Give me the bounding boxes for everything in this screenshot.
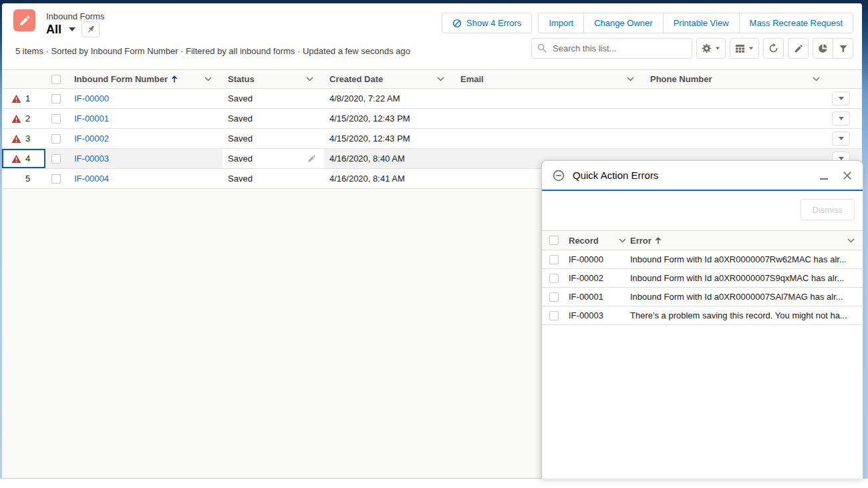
chevron-down-icon bbox=[716, 47, 720, 50]
status-value: Saved bbox=[228, 154, 253, 164]
status-cell-hovered[interactable]: Saved bbox=[223, 149, 324, 168]
row-checkbox[interactable] bbox=[51, 134, 61, 144]
sort-ascending-icon bbox=[655, 237, 662, 244]
chevron-down-icon[interactable] bbox=[306, 77, 313, 81]
row-error-warning-icon[interactable] bbox=[11, 94, 21, 103]
record-link[interactable]: IF-00001 bbox=[74, 113, 109, 124]
chevron-down-icon[interactable] bbox=[847, 238, 855, 243]
column-label: Created Date bbox=[329, 74, 383, 84]
mass-recreate-request-button[interactable]: Mass Recreate Request bbox=[739, 13, 853, 33]
error-row-checkbox[interactable] bbox=[549, 292, 559, 302]
record-link[interactable]: IF-00002 bbox=[74, 134, 109, 144]
refresh-icon bbox=[768, 43, 778, 53]
list-view-card: Inbound Forms All 5 items · Sorted by In… bbox=[2, 3, 862, 479]
column-header-error[interactable]: Error bbox=[630, 231, 863, 250]
column-header-created-date[interactable]: Created Date bbox=[324, 70, 455, 88]
row-number: 2 bbox=[25, 113, 30, 124]
select-all-errors-checkbox[interactable] bbox=[549, 236, 559, 245]
pencil-icon bbox=[19, 15, 31, 27]
record-link[interactable]: IF-00000 bbox=[74, 93, 109, 103]
column-header-status[interactable]: Status bbox=[223, 70, 324, 88]
row-error-warning-icon[interactable] bbox=[11, 114, 21, 124]
chevron-down-icon[interactable] bbox=[619, 238, 626, 243]
edit-list-button[interactable] bbox=[788, 38, 809, 59]
minimize-button[interactable] bbox=[820, 171, 829, 180]
list-view-settings-button[interactable] bbox=[696, 38, 726, 59]
errors-table: Record Error IF-00000 Inbound Form w bbox=[542, 230, 863, 325]
panel-title: Quick Action Errors bbox=[573, 170, 820, 181]
status-cell: Saved bbox=[223, 93, 324, 103]
column-label: Record bbox=[569, 236, 599, 246]
chevron-down-icon bbox=[839, 97, 844, 100]
view-selector-chevron-icon[interactable] bbox=[69, 27, 76, 31]
row-error-warning-icon[interactable] bbox=[11, 154, 21, 164]
row-actions-button[interactable] bbox=[832, 132, 850, 146]
column-label: Status bbox=[228, 74, 255, 84]
chevron-down-icon bbox=[839, 117, 844, 120]
record-link[interactable]: IF-00003 bbox=[74, 154, 109, 164]
record-link[interactable]: IF-00004 bbox=[74, 174, 109, 184]
sort-ascending-icon bbox=[171, 75, 178, 83]
row-number: 3 bbox=[25, 134, 30, 144]
display-as-button[interactable] bbox=[730, 38, 759, 59]
chevron-down-icon[interactable] bbox=[627, 77, 634, 81]
error-row-checkbox[interactable] bbox=[549, 311, 559, 320]
created-date-cell: 4/8/2020, 7:22 AM bbox=[324, 93, 455, 103]
close-icon bbox=[843, 171, 852, 180]
row-checkbox[interactable] bbox=[51, 94, 61, 103]
status-cell: Saved bbox=[223, 134, 324, 144]
error-row-checkbox[interactable] bbox=[549, 255, 559, 264]
import-button[interactable]: Import bbox=[538, 13, 584, 33]
chevron-down-icon[interactable] bbox=[437, 77, 444, 81]
error-message: Inbound Form with Id a0XR0000007Rw62MAC … bbox=[630, 254, 847, 264]
close-button[interactable] bbox=[843, 171, 852, 180]
show-errors-button[interactable]: Show 4 Errors bbox=[442, 13, 532, 33]
error-row: IF-00001 Inbound Form with Id a0XR000000… bbox=[542, 288, 863, 306]
minimize-icon bbox=[820, 178, 828, 180]
search-input[interactable] bbox=[531, 38, 692, 59]
error-record-id: IF-00002 bbox=[569, 273, 603, 283]
table-row: 3 IF-00002 Saved 4/15/2020, 12:43 PM bbox=[2, 129, 862, 149]
change-owner-button[interactable]: Change Owner bbox=[583, 13, 663, 33]
column-label: Error bbox=[630, 236, 652, 246]
column-header-email[interactable]: Email bbox=[455, 70, 645, 88]
pencil-icon bbox=[794, 44, 803, 53]
table-row: 1 IF-00000 Saved 4/8/2020, 7:22 AM bbox=[2, 89, 862, 109]
inline-edit-pencil-icon[interactable] bbox=[307, 154, 316, 163]
ban-icon bbox=[452, 19, 462, 28]
printable-view-button[interactable]: Printable View bbox=[663, 13, 740, 33]
charts-button[interactable] bbox=[813, 38, 833, 59]
refresh-button[interactable] bbox=[763, 38, 784, 59]
error-row-checkbox[interactable] bbox=[549, 274, 559, 283]
table-icon bbox=[735, 43, 745, 53]
filter-button[interactable] bbox=[833, 38, 853, 59]
quick-action-errors-panel: Quick Action Errors Dismiss Record Er bbox=[541, 160, 863, 479]
row-checkbox[interactable] bbox=[51, 174, 61, 184]
column-header-record[interactable]: Record bbox=[569, 231, 630, 250]
status-cell: Saved bbox=[223, 174, 324, 184]
error-message: Inbound Form with Id a0XR0000007SAl7MAG … bbox=[630, 292, 843, 302]
column-label: Inbound Form Number bbox=[74, 74, 168, 84]
object-label: Inbound Forms bbox=[46, 11, 104, 21]
panel-header: Quick Action Errors bbox=[542, 161, 863, 191]
focused-row-number-cell[interactable]: 4 bbox=[2, 149, 45, 168]
row-checkbox[interactable] bbox=[51, 154, 61, 164]
gear-icon bbox=[702, 43, 712, 53]
column-header-inbound-form-number[interactable]: Inbound Form Number bbox=[70, 70, 223, 88]
chevron-down-icon[interactable] bbox=[204, 77, 212, 81]
inbound-forms-entity-icon bbox=[13, 9, 35, 31]
pin-list-view-button[interactable] bbox=[82, 21, 100, 37]
filter-icon bbox=[839, 44, 848, 53]
row-actions-button[interactable] bbox=[832, 111, 850, 126]
row-checkbox[interactable] bbox=[51, 114, 61, 124]
row-actions-button[interactable] bbox=[832, 91, 850, 105]
show-errors-label: Show 4 Errors bbox=[466, 18, 521, 28]
row-error-warning-icon[interactable] bbox=[11, 134, 21, 144]
pie-chart-icon bbox=[818, 43, 828, 53]
table-header-row: Inbound Form Number Status Created Date … bbox=[2, 69, 862, 89]
dismiss-button[interactable]: Dismiss bbox=[801, 199, 855, 220]
select-all-checkbox[interactable] bbox=[51, 75, 61, 84]
chevron-down-icon[interactable] bbox=[813, 77, 820, 81]
column-label: Phone Number bbox=[650, 74, 712, 84]
column-header-phone-number[interactable]: Phone Number bbox=[645, 70, 831, 88]
